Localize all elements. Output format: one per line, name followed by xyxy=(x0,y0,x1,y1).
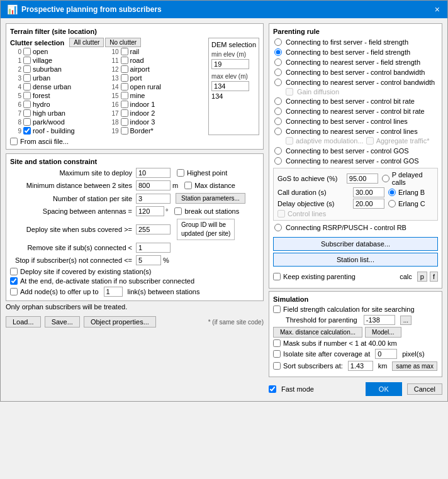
clutter-check-17[interactable] xyxy=(121,109,128,117)
pr-radio-2[interactable] xyxy=(274,48,282,56)
clutter-check-3[interactable] xyxy=(23,74,31,82)
clutter-check-19[interactable] xyxy=(121,127,128,135)
station-params-button[interactable]: Station parameters... xyxy=(176,193,245,204)
remove-site-input[interactable] xyxy=(136,243,171,253)
p-delayed-radio[interactable] xyxy=(382,175,389,182)
station-list-button[interactable]: Station list... xyxy=(273,253,438,267)
adaptive-mod-checkbox[interactable] xyxy=(286,137,293,145)
erlang-c-radio[interactable] xyxy=(388,200,396,207)
clutter-check-4[interactable] xyxy=(23,83,31,91)
pr-option-1: Connecting to first server - field stren… xyxy=(273,38,438,47)
object-properties-button[interactable]: Object properties... xyxy=(84,316,156,328)
pr-radio-4[interactable] xyxy=(274,69,282,76)
clutter-check-14[interactable] xyxy=(121,83,128,91)
pr-radio-3[interactable] xyxy=(274,58,282,66)
clutter-check-1[interactable] xyxy=(23,57,31,64)
pr-radio-5[interactable] xyxy=(274,79,282,86)
gain-diffusion-checkbox[interactable] xyxy=(286,88,293,96)
pr-radio-7[interactable] xyxy=(274,107,282,115)
pr-radio-6[interactable] xyxy=(274,97,282,105)
max-elev-input[interactable] xyxy=(211,81,249,91)
clutter-check-8[interactable] xyxy=(23,118,31,126)
add-nodes-checkbox[interactable] xyxy=(10,288,18,295)
fast-mode-checkbox[interactable] xyxy=(269,385,276,393)
aggregate-checkbox[interactable] xyxy=(366,137,374,145)
control-lines-checkbox[interactable] xyxy=(277,210,285,217)
max-distance-checkbox[interactable] xyxy=(184,182,192,189)
remove-site-row: Remove site if sub(s) connected < xyxy=(10,243,259,253)
threshold-ellipsis-button[interactable]: ... xyxy=(400,316,412,325)
same-as-max-button[interactable]: same as max xyxy=(392,361,437,371)
highest-point-checkbox[interactable] xyxy=(177,169,184,177)
cancel-button[interactable]: Cancel xyxy=(407,383,442,395)
clutter-check-2[interactable] xyxy=(23,65,31,73)
p-delayed-label: P delayed calls xyxy=(392,171,434,186)
pr-radio-9[interactable] xyxy=(274,128,282,135)
max-dist-button[interactable]: Max. distance calculation... xyxy=(273,327,362,338)
deploy-existing-checkbox[interactable] xyxy=(10,268,18,275)
min-dist-row: Minimum distance between 2 sites m Max d… xyxy=(10,180,259,190)
clutter-check-10[interactable] xyxy=(121,48,128,55)
clutter-item-18: 18indoor 3 xyxy=(108,118,205,126)
no-clutter-button[interactable]: No clutter xyxy=(105,38,141,47)
min-dist-input[interactable] xyxy=(136,180,171,190)
clutter-check-6[interactable] xyxy=(23,101,31,108)
clutter-check-18[interactable] xyxy=(121,118,128,126)
subscriber-db-button[interactable]: Subscriber database... xyxy=(273,237,438,251)
pr-radio-11[interactable] xyxy=(274,157,282,165)
max-site-input[interactable] xyxy=(136,168,171,178)
mask-subs-checkbox[interactable] xyxy=(273,339,281,347)
pr-option-6: Connecting to best server - control bit … xyxy=(273,97,438,106)
clutter-check-16[interactable] xyxy=(121,101,128,108)
sort-subs-checkbox[interactable] xyxy=(273,362,281,370)
all-clutter-button[interactable]: All clutter xyxy=(69,38,104,47)
delay-obj-input[interactable] xyxy=(353,199,384,209)
ascii-checkbox[interactable] xyxy=(10,138,18,145)
load-button[interactable]: Load... xyxy=(6,316,41,328)
clutter-check-7[interactable] xyxy=(23,109,31,117)
ok-button[interactable]: OK xyxy=(366,382,402,396)
field-strength-checkbox[interactable] xyxy=(273,306,281,313)
min-dist-unit: m xyxy=(172,182,178,189)
pr-radio-10[interactable] xyxy=(274,147,282,155)
isolate-unit-label: pixel(s) xyxy=(402,350,424,358)
clutter-check-5[interactable] xyxy=(23,92,31,99)
erlang-b-radio[interactable] xyxy=(388,189,396,196)
save-button[interactable]: Save... xyxy=(45,316,80,328)
gain-diffusion-label: Gain diffusion xyxy=(297,88,339,96)
clutter-check-13[interactable] xyxy=(121,74,128,82)
gos-achieve-input[interactable] xyxy=(347,173,378,184)
close-button[interactable]: × xyxy=(434,4,441,14)
deactivate-checkbox[interactable] xyxy=(10,277,18,285)
deploy-subs-input[interactable] xyxy=(136,224,171,234)
p-button[interactable]: p xyxy=(417,272,427,282)
max-dist-row: Max. distance calculation... Model... xyxy=(273,327,438,338)
gos-achieve-label: GoS to achieve (%) xyxy=(277,175,347,182)
f-button[interactable]: f xyxy=(430,272,438,282)
model-button[interactable]: Model... xyxy=(365,327,401,338)
break-out-checkbox[interactable] xyxy=(174,207,182,215)
pr-radio-1[interactable] xyxy=(274,38,282,46)
pr-label-10: Connecting to best server - control GOS xyxy=(286,147,409,155)
min-elev-label: min elev (m) xyxy=(211,51,256,58)
clutter-check-9[interactable] xyxy=(23,127,31,135)
isolate-site-label: Isolate site after coverage at xyxy=(283,350,370,358)
clutter-check-11[interactable] xyxy=(121,57,128,64)
isolate-site-checkbox[interactable] xyxy=(273,350,281,358)
min-elev-input[interactable] xyxy=(211,59,249,69)
pr-radio-8[interactable] xyxy=(274,118,282,125)
clutter-check-15[interactable] xyxy=(121,92,128,99)
keep-existing-checkbox[interactable] xyxy=(273,273,281,280)
num-station-input[interactable] xyxy=(136,194,171,204)
sort-subs-input[interactable] xyxy=(348,361,373,371)
isolate-site-input[interactable] xyxy=(375,349,397,359)
sort-unit-label: km xyxy=(378,362,388,370)
stop-input[interactable] xyxy=(136,255,161,265)
spacing-input[interactable] xyxy=(136,206,164,216)
clutter-check-12[interactable] xyxy=(121,65,128,73)
clutter-check-0[interactable] xyxy=(23,48,31,55)
add-nodes-input[interactable] xyxy=(104,287,123,297)
threshold-input[interactable] xyxy=(364,315,395,325)
pr-radio-rsrp[interactable] xyxy=(274,224,282,231)
call-duration-input[interactable] xyxy=(353,187,384,197)
